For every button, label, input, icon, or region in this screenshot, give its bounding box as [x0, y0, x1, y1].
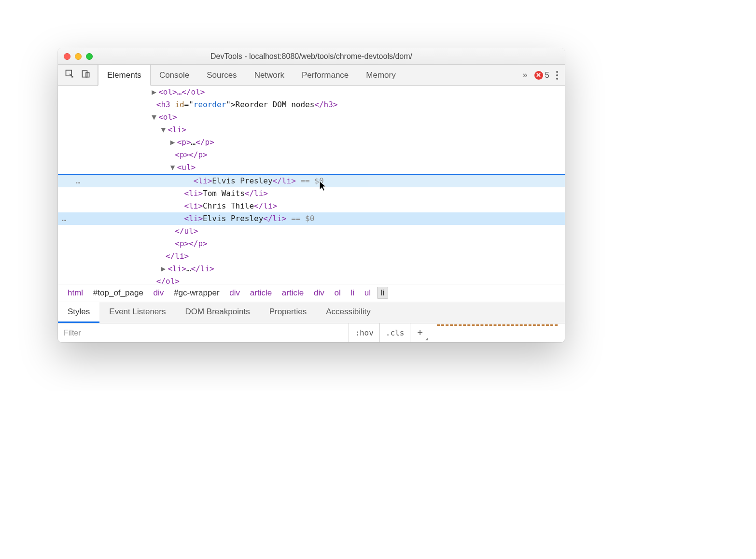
dom-tree[interactable]: ▶<ol>…</ol> <h3 id="reorder">Reorder DOM…: [58, 86, 565, 284]
panel-tabs: Elements Console Sources Network Perform…: [98, 65, 405, 85]
titlebar: DevTools - localhost:8080/web/tools/chro…: [58, 48, 565, 65]
error-badge[interactable]: ✕ 5: [534, 70, 549, 80]
tab-dom-breakpoints[interactable]: DOM Breakpoints: [175, 302, 259, 323]
svg-rect-2: [86, 73, 89, 77]
tree-row[interactable]: <p></p>: [58, 238, 565, 250]
breadcrumb-item[interactable]: article: [246, 287, 276, 299]
tree-row-dragging[interactable]: … <li>Elvis Presley</li> == $0: [58, 175, 565, 187]
tab-performance[interactable]: Performance: [293, 65, 357, 85]
window-title: DevTools - localhost:8080/web/tools/chro…: [58, 52, 565, 61]
tab-memory[interactable]: Memory: [357, 65, 404, 85]
tab-accessibility[interactable]: Accessibility: [316, 302, 380, 323]
tree-row[interactable]: </ol>: [58, 275, 565, 284]
tree-row[interactable]: <li>Chris Thile</li>: [58, 200, 565, 212]
tree-row[interactable]: ▶<li>…</li>: [58, 263, 565, 275]
error-icon: ✕: [534, 71, 543, 80]
cls-toggle-button[interactable]: .cls: [380, 323, 411, 342]
sidebar-tabs: Styles Event Listeners DOM Breakpoints P…: [58, 302, 565, 323]
devtools-window: DevTools - localhost:8080/web/tools/chro…: [58, 48, 565, 342]
tab-styles[interactable]: Styles: [58, 302, 99, 323]
breadcrumb-item[interactable]: li: [347, 287, 358, 299]
new-style-rule-button[interactable]: +: [410, 323, 430, 342]
tab-sources[interactable]: Sources: [198, 65, 245, 85]
tree-row[interactable]: </ul>: [58, 225, 565, 238]
main-toolbar: Elements Console Sources Network Perform…: [58, 65, 565, 86]
breadcrumb-item[interactable]: div: [310, 287, 328, 299]
tab-elements[interactable]: Elements: [98, 65, 151, 85]
tab-console[interactable]: Console: [151, 65, 198, 85]
breadcrumb-item[interactable]: div: [225, 287, 244, 299]
tree-row[interactable]: <h3 id="reorder">Reorder DOM nodes</h3>: [58, 98, 565, 111]
menu-icon[interactable]: [556, 71, 558, 80]
hover-toggle-button[interactable]: :hov: [349, 323, 380, 342]
tree-row[interactable]: ▶<p>…</p>: [58, 136, 565, 149]
styles-filter-input[interactable]: Filter: [58, 323, 349, 342]
styles-toolbar: Filter :hov .cls +: [58, 323, 565, 342]
tree-row[interactable]: <li>Tom Waits</li>: [58, 187, 565, 200]
tab-network[interactable]: Network: [246, 65, 293, 85]
breadcrumb-item[interactable]: #top_of_page: [89, 287, 147, 299]
breadcrumb-item[interactable]: html: [64, 287, 87, 299]
tree-row[interactable]: </li>: [58, 250, 565, 263]
breadcrumb-item[interactable]: ul: [361, 287, 375, 299]
breadcrumb-item[interactable]: ol: [330, 287, 344, 299]
breadcrumb-item[interactable]: #gc-wrapper: [170, 287, 224, 299]
tab-event-listeners[interactable]: Event Listeners: [99, 302, 175, 323]
tree-row[interactable]: ▶<ol>…</ol>: [58, 86, 565, 98]
device-toggle-icon[interactable]: [81, 69, 91, 81]
tree-row[interactable]: ▼<ul>: [58, 161, 565, 174]
inspect-icon[interactable]: [65, 69, 74, 81]
error-count: 5: [545, 70, 549, 80]
breadcrumb[interactable]: html #top_of_page div #gc-wrapper div ar…: [58, 284, 565, 302]
overflow-icon[interactable]: »: [523, 70, 528, 80]
svg-rect-1: [83, 70, 87, 77]
breadcrumb-item-selected[interactable]: li: [377, 287, 389, 299]
breadcrumb-item[interactable]: article: [278, 287, 308, 299]
tree-row[interactable]: ▼<li>: [58, 124, 565, 136]
box-model-preview: [430, 323, 565, 327]
tree-row-selected[interactable]: … <li>Elvis Presley</li> == $0: [58, 212, 565, 225]
breadcrumb-item[interactable]: div: [150, 287, 168, 299]
tree-row[interactable]: <p></p>: [58, 149, 565, 161]
tree-row[interactable]: ▼<ol>: [58, 111, 565, 124]
tab-properties[interactable]: Properties: [260, 302, 316, 323]
